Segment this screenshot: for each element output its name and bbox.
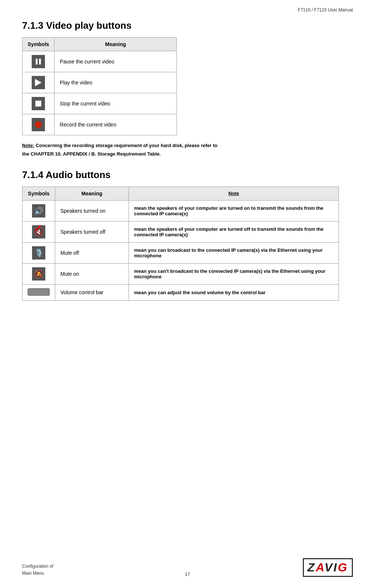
table-row: Volume control bar mean you can adjust t… (22, 284, 339, 300)
audio-col-symbols: Symbols (22, 187, 55, 200)
table-row: Record the current video (22, 114, 177, 135)
table-row: Stop the current video (22, 93, 177, 114)
volume-bar-note: mean you can adjust the sound volume by … (129, 284, 339, 300)
col-meaning: Meaning (55, 38, 177, 51)
record-meaning: Record the current video (55, 114, 177, 135)
speakers-off-meaning: Speakers turned off (55, 221, 129, 242)
mute-on-meaning: Mute on (55, 263, 129, 284)
speakers-on-note: mean the speakers of your computer are t… (129, 200, 339, 221)
record-icon (32, 118, 45, 131)
pause-icon (32, 55, 45, 68)
audio-buttons-table: Symbols Meaning Note 🔊 Speakers turned o… (22, 187, 339, 301)
note-paragraph: the CHAPTER 10. APPENDIX / B. Storage Re… (22, 150, 353, 158)
stop-icon (32, 97, 45, 110)
page-number: 17 (185, 571, 190, 577)
manual-title: F7110 / F7115 User Manual (298, 7, 353, 13)
note-box: Note: Concerning the recording storage r… (22, 143, 353, 148)
speakers-on-meaning: Speakers turned on (55, 200, 129, 221)
page-footer: Configuration of Main Menu 17 ZAVIG (0, 558, 375, 577)
section-713-heading: 7.1.3 Video play buttons (22, 20, 353, 31)
stop-meaning: Stop the current video (55, 93, 177, 114)
play-meaning: Play the video (55, 72, 177, 93)
company-logo: ZAVIG (303, 558, 353, 577)
mute-off-note: mean you can broadcast to the connected … (129, 242, 339, 263)
speakers-off-note: mean the speakers of your computer are t… (129, 221, 339, 242)
table-row: Play the video (22, 72, 177, 93)
play-icon (32, 76, 45, 89)
audio-col-meaning: Meaning (55, 187, 129, 200)
mute-off-icon: 🎙️ (32, 246, 45, 260)
mute-off-meaning: Mute off (55, 242, 129, 263)
table-row: 🔕 Mute on mean you can't broadcast to th… (22, 263, 339, 284)
table-row: 🔊 Speakers turned on mean the speakers o… (22, 200, 339, 221)
note-label: Note: (22, 143, 34, 148)
mute-on-icon: 🔕 (32, 267, 45, 281)
speakers-on-icon: 🔊 (32, 204, 45, 218)
table-row: 🎙️ Mute off mean you can broadcast to th… (22, 242, 339, 263)
footer-left: Configuration of Main Menu (22, 563, 53, 577)
col-symbols: Symbols (22, 38, 55, 51)
logo-text: ZAVIG (308, 561, 348, 574)
volume-bar-meaning: Volume control bar (55, 284, 129, 300)
audio-col-note: Note (129, 187, 339, 200)
table-row: Pause the current video (22, 51, 177, 72)
pause-meaning: Pause the current video (55, 51, 177, 72)
mute-on-note: mean you can't broadcast to the connecte… (129, 263, 339, 284)
volume-bar-icon (28, 288, 50, 296)
section-714-heading: 7.1.4 Audio buttons (22, 169, 353, 181)
footer-left-line1: Configuration of (22, 563, 53, 570)
table-row: 🔇 Speakers turned off mean the speakers … (22, 221, 339, 242)
page-header: F7110 / F7115 User Manual (22, 7, 353, 13)
speakers-off-icon: 🔇 (32, 225, 45, 239)
video-buttons-table: Symbols Meaning Pause the current video … (22, 37, 177, 135)
note-text: Concerning the recording storage require… (36, 143, 217, 148)
footer-left-line2: Main Menu (22, 570, 53, 577)
